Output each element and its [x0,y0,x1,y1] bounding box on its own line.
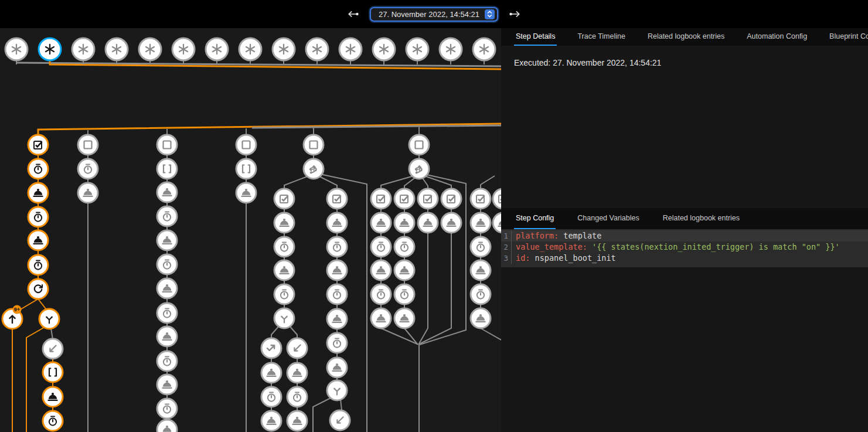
trace-node-bell-icon[interactable] [493,213,501,233]
trace-node-timer-icon[interactable] [327,284,347,304]
trace-node-timer-icon[interactable] [78,159,98,179]
trace-node-bell-icon[interactable] [157,375,177,394]
trace-node-bell-icon[interactable] [261,363,281,383]
trace-node-bell-icon[interactable] [28,230,48,250]
trace-node-timer-icon[interactable] [28,159,48,179]
trace-node-checkbox-icon[interactable] [274,189,294,209]
trace-node-brackets-icon[interactable] [157,159,177,179]
trace-node-bell-icon[interactable] [274,260,294,280]
trace-node-checkbox-icon[interactable] [418,189,438,209]
trace-node-asterisk-icon[interactable] [5,38,28,60]
trace-node-timer-icon[interactable] [28,255,48,275]
trace-node-checkbox-icon[interactable] [471,189,491,209]
trace-node-bell-icon[interactable] [394,260,414,280]
tab-blueprint-config[interactable]: Blueprint Config [828,28,868,46]
trace-node-bell-icon[interactable] [327,213,347,233]
trace-node-bell-icon[interactable] [471,260,491,280]
trace-node-timer-icon[interactable] [287,387,307,407]
trace-node-checkbox-icon[interactable] [28,135,48,155]
step-config-code-editor[interactable]: 1platform: template2value_template: '{{ … [501,229,868,267]
trace-node-bell-icon[interactable] [157,278,177,298]
trace-node-asterisk-icon[interactable] [373,38,395,60]
trace-node-timer-icon[interactable] [261,387,281,407]
trace-node-bell-icon[interactable] [236,183,256,203]
trace-node-bell-icon[interactable] [274,213,294,233]
trace-node-checkbox-icon[interactable] [394,189,414,209]
trace-node-timer-icon[interactable] [157,399,177,419]
trace-node-asterisk-icon[interactable] [39,38,61,60]
trace-node-asterisk-icon[interactable] [105,38,128,60]
trace-node-timer-icon[interactable] [394,284,414,304]
trace-node-square-icon[interactable] [236,135,256,155]
trace-node-split-icon[interactable] [39,309,59,329]
trace-node-timer-icon[interactable] [28,207,48,227]
trace-node-timer-icon[interactable] [471,284,491,304]
code-line[interactable]: 3id: nspanel_boot_init [501,253,868,264]
next-trace-button[interactable] [507,6,523,22]
trace-node-asterisk-icon[interactable] [139,38,161,60]
trace-node-asterisk-icon[interactable] [239,38,261,60]
trace-node-timer-icon[interactable] [274,284,294,304]
tab-related-logbook-entries[interactable]: Related logbook entries [646,28,726,46]
trace-node-bell-icon[interactable] [394,308,414,328]
trace-node-bell-icon[interactable] [78,183,98,203]
trace-node-choose-icon[interactable] [409,159,429,179]
trace-node-bell-icon[interactable] [471,213,491,233]
trace-node-choose-icon[interactable] [304,159,324,179]
tab-step-config[interactable]: Step Config [514,208,556,229]
trace-node-checkbox-icon[interactable] [327,189,347,209]
trace-node-square-icon[interactable] [409,135,429,155]
trace-node-bell-icon[interactable] [28,183,48,203]
trace-node-bell-icon[interactable] [287,363,307,383]
trace-node-asterisk-icon[interactable] [172,38,195,60]
trace-node-square-icon[interactable] [304,135,324,155]
trace-node-bell-icon[interactable] [157,230,177,250]
trace-node-bell-icon[interactable] [157,326,177,346]
trace-node-check-arrow-icon[interactable] [261,338,281,358]
tab-step-details[interactable]: Step Details [514,28,557,46]
trace-node-asterisk-icon[interactable] [72,38,94,60]
previous-trace-button[interactable] [345,6,361,22]
trace-node-bell-icon[interactable] [371,260,391,280]
trace-node-asterisk-icon[interactable] [406,38,428,60]
trace-node-brackets-icon[interactable] [43,362,63,382]
code-line[interactable]: 1platform: template [501,230,868,241]
trace-node-bell-icon[interactable] [327,358,347,377]
trace-node-checkbox-icon[interactable] [493,189,501,209]
trace-node-asterisk-icon[interactable] [440,38,462,60]
trace-node-asterisk-icon[interactable] [473,38,495,60]
code-line[interactable]: 2value_template: '{{ states(nextion_init… [501,241,868,253]
trace-node-timer-icon[interactable] [471,237,491,257]
trace-node-checkbox-icon[interactable] [441,189,461,209]
trace-node-bell-icon[interactable] [261,411,281,431]
trace-node-arrow-sw-icon[interactable] [330,410,350,430]
trace-node-bell-icon[interactable] [287,411,307,431]
trace-node-asterisk-icon[interactable] [273,38,295,60]
trace-node-timer-icon[interactable] [327,333,347,353]
trace-node-timer-icon[interactable] [274,237,294,257]
trace-node-brackets-icon[interactable] [236,159,256,179]
trace-node-square-icon[interactable] [78,135,98,155]
trace-node-split-icon[interactable] [274,308,294,328]
trace-node-timer-icon[interactable] [157,303,177,323]
trace-node-timer-icon[interactable] [43,411,63,431]
trace-node-timer-icon[interactable] [394,237,414,257]
trace-node-asterisk-icon[interactable] [306,38,328,60]
trace-node-timer-icon[interactable] [157,351,177,371]
trace-node-asterisk-icon[interactable] [206,38,228,60]
tab-trace-timeline[interactable]: Trace Timeline [576,28,627,46]
trace-node-timer-icon[interactable] [157,254,177,274]
trace-node-repeat-icon[interactable] [28,279,48,299]
tab-automation-config[interactable]: Automation Config [745,28,809,46]
trace-node-asterisk-icon[interactable] [339,38,362,60]
trace-node-bell-icon[interactable] [327,260,347,280]
trace-node-timer-icon[interactable] [371,237,391,257]
trace-node-arrow-sw-icon[interactable] [287,338,307,358]
trace-node-split-icon[interactable] [327,380,347,400]
trace-node-bell-icon[interactable] [157,420,177,432]
trace-node-bell-icon[interactable] [371,213,391,233]
trace-node-bell-icon[interactable] [157,182,177,202]
trace-node-timer-icon[interactable] [371,284,391,304]
trace-node-bell-icon[interactable] [371,308,391,328]
trace-node-bell-icon[interactable] [471,308,491,328]
